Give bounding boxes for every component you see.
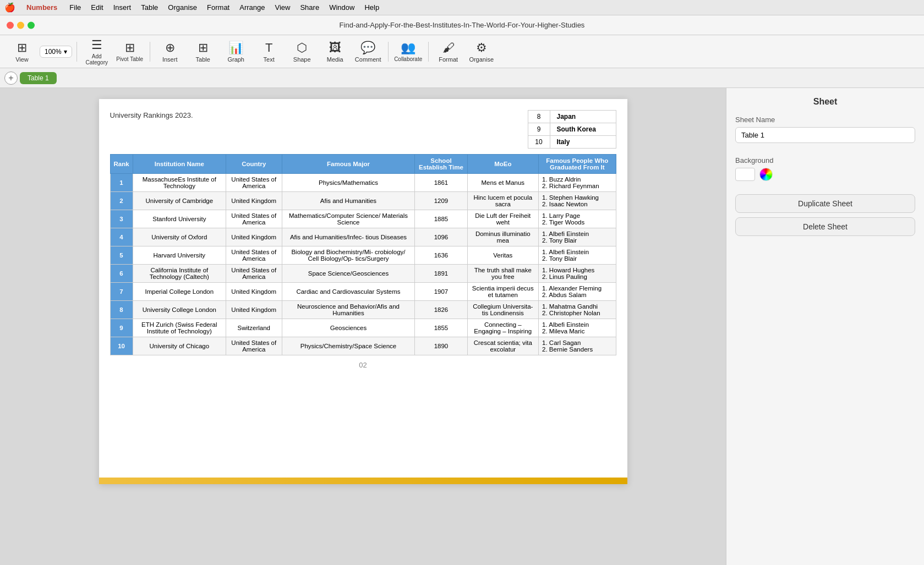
add-sheet-button[interactable]: + [4,72,18,85]
table-row[interactable]: 4 University of Oxford United Kingdom Af… [110,228,616,246]
famous-people-cell: 1. Mahatma Gandhi 2. Christopher Nolan [539,301,616,319]
major-cell: Physics/Chemistry/Space Science [282,337,415,355]
rank-cell: 3 [110,210,133,228]
add-category-button[interactable]: ☰ Add Category [81,37,112,66]
menubar-format[interactable]: Format [203,2,234,13]
country-cell: United Kingdom [226,301,282,319]
color-wheel-icon[interactable] [759,168,773,181]
menubar-file[interactable]: File [65,2,85,13]
rank-cell: 5 [110,246,133,265]
top-rank-cell: 8 [528,111,550,123]
right-panel: Sheet Sheet Name Background Duplicate Sh… [726,88,924,565]
format-label: Format [439,56,458,63]
menubar-view[interactable]: View [270,2,294,13]
country-cell: United Kingdom [226,192,282,210]
table-row[interactable]: 6 California Institute of Technology (Ca… [110,265,616,283]
country-cell: Switzerland [226,319,282,337]
color-swatch[interactable] [735,168,755,181]
table-row[interactable]: 5 Harvard University United States of Am… [110,246,616,265]
institution-cell: University College London [133,301,226,319]
table-row[interactable]: 1 MassachuseEs Institute of Technology U… [110,174,616,192]
establish-cell: 1636 [415,246,467,265]
insert-icon: ⊕ [165,41,175,55]
famous-people-cell: 1. Larry Page 2. Tiger Woods [539,210,616,228]
view-button[interactable]: ⊞ View [7,37,37,66]
graph-icon: 📊 [228,41,243,55]
major-cell: Afis and Humanities [282,192,415,210]
col-country: Country [226,155,282,174]
zoom-control[interactable]: 100% ▾ [40,46,72,58]
institution-cell: University of Oxford [133,228,226,246]
rankings-text: University Rankings 2023. [110,110,193,149]
add-category-label: Add Category [81,53,112,65]
shape-label: Shape [293,56,311,63]
panel-title: Sheet [735,97,915,107]
minimize-button[interactable] [17,21,24,29]
sheet-tab[interactable]: Table 1 [20,72,57,84]
collaborate-button[interactable]: 👥 Collaborate [393,37,424,66]
menubar-window[interactable]: Window [325,2,359,13]
top-country-cell: Japan [550,111,616,123]
table-row[interactable]: 3 Stanford University United States of A… [110,210,616,228]
media-button[interactable]: 🖼 Media [320,37,351,66]
canvas-area[interactable]: University Rankings 2023. 8 Japan 9 Sout… [0,88,726,565]
menubar-share[interactable]: Share [296,2,324,13]
comment-button[interactable]: 💬 Comment [353,37,384,66]
menubar-edit[interactable]: Edit [86,2,107,13]
sheet-tabbar: + Table 1 [0,68,924,88]
institution-cell: ETH Zurich (Swiss Federal Institute of T… [133,319,226,337]
organise-label: Organise [469,56,494,63]
format-icon: 🖌 [442,41,455,55]
institution-cell: Imperial College London [133,283,226,301]
graph-button[interactable]: 📊 Graph [221,37,251,66]
table-button[interactable]: ⊞ Table [188,37,218,66]
organise-button[interactable]: ⚙ Organise [466,37,497,66]
format-button[interactable]: 🖌 Format [433,37,464,66]
moeo-cell: Dominus illuminatio mea [467,228,539,246]
sheet-name-label: Sheet Name [735,116,915,124]
shape-button[interactable]: ⬡ Shape [287,37,318,66]
moeo-cell: Scientia imperii decus et tutamen [467,283,539,301]
duplicate-sheet-button[interactable]: Duplicate Sheet [735,194,915,213]
app-name[interactable]: Numbers [22,2,62,13]
top-country-table: 8 Japan 9 South Korea 10 Italy [528,110,616,149]
traffic-lights [7,21,35,29]
menubar-arrange[interactable]: Arrange [235,2,269,13]
delete-sheet-button[interactable]: Delete Sheet [735,217,915,236]
menubar-table[interactable]: Table [136,2,162,13]
view-label: View [15,56,29,63]
country-cell: United States of America [226,265,282,283]
separator-4 [428,42,429,62]
insert-button[interactable]: ⊕ Insert [155,37,185,66]
rank-cell: 1 [110,174,133,192]
media-icon: 🖼 [329,41,341,55]
institution-cell: University of Cambridge [133,192,226,210]
institution-cell: Harvard University [133,246,226,265]
table-row[interactable]: 9 ETH Zurich (Swiss Federal Institute of… [110,319,616,337]
table-row[interactable]: 8 University College London United Kingd… [110,301,616,319]
text-button[interactable]: T Text [254,37,285,66]
moeo-cell: Crescat scientia; vita excolatur [467,337,539,355]
establish-cell: 1096 [415,228,467,246]
pivot-table-button[interactable]: ⊞ Pivot Table [114,37,145,66]
data-table: Rank Institution Name Country Famous Maj… [110,154,616,355]
fullscreen-button[interactable] [28,21,35,29]
table-icon: ⊞ [198,41,208,55]
graph-label: Graph [227,56,244,63]
famous-people-cell: 1. Howard Hughes 2. Linus Pauling [539,265,616,283]
major-cell: Neuroscience and Behavior/Afis and Human… [282,301,415,319]
close-button[interactable] [7,21,14,29]
color-swatch-row [735,168,915,181]
table-row[interactable]: 2 University of Cambridge United Kingdom… [110,192,616,210]
col-establish: School Establish Time [415,155,467,174]
table-row[interactable]: 10 University of Chicago United States o… [110,337,616,355]
rank-cell: 6 [110,265,133,283]
menubar-help[interactable]: Help [360,2,384,13]
country-cell: United Kingdom [226,228,282,246]
sheet-name-input[interactable] [735,127,915,143]
famous-people-cell: 1. Alexander Fleming 2. Abdus Salam [539,283,616,301]
menubar-organise[interactable]: Organise [163,2,201,13]
insert-label: Insert [162,56,178,63]
table-row[interactable]: 7 Imperial College London United Kingdom… [110,283,616,301]
menubar-insert[interactable]: Insert [109,2,136,13]
